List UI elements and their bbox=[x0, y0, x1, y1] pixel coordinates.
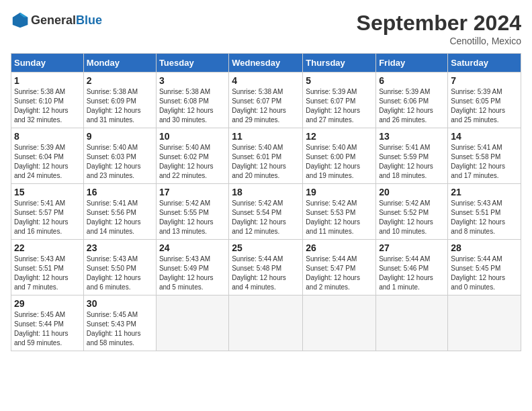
day-info: Sunrise: 5:38 AMSunset: 6:09 PMDaylight:… bbox=[87, 87, 153, 125]
day-info: Sunrise: 5:45 AMSunset: 5:44 PMDaylight:… bbox=[14, 310, 81, 348]
calendar-week-row: 8Sunrise: 5:39 AMSunset: 6:04 PMDaylight… bbox=[11, 128, 521, 184]
calendar-week-row: 29Sunrise: 5:45 AMSunset: 5:44 PMDayligh… bbox=[11, 295, 521, 351]
calendar-day-cell: 6Sunrise: 5:39 AMSunset: 6:06 PMDaylight… bbox=[376, 73, 448, 128]
day-info: Sunrise: 5:44 AMSunset: 5:47 PMDaylight:… bbox=[306, 255, 373, 292]
calendar-day-cell: 8Sunrise: 5:39 AMSunset: 6:04 PMDaylight… bbox=[11, 128, 84, 184]
calendar-day-cell: 10Sunrise: 5:40 AMSunset: 6:02 PMDayligh… bbox=[156, 128, 228, 184]
calendar-day-cell: 15Sunrise: 5:41 AMSunset: 5:57 PMDayligh… bbox=[11, 184, 84, 240]
day-number: 11 bbox=[232, 131, 300, 142]
calendar-week-row: 22Sunrise: 5:43 AMSunset: 5:51 PMDayligh… bbox=[11, 240, 521, 295]
day-info: Sunrise: 5:43 AMSunset: 5:50 PMDaylight:… bbox=[87, 255, 153, 292]
day-number: 22 bbox=[14, 242, 81, 253]
calendar-day-cell: 7Sunrise: 5:39 AMSunset: 6:05 PMDaylight… bbox=[448, 73, 521, 128]
day-number: 16 bbox=[87, 187, 153, 197]
day-info: Sunrise: 5:42 AMSunset: 5:55 PMDaylight:… bbox=[159, 199, 226, 236]
day-number: 14 bbox=[451, 131, 518, 142]
day-info: Sunrise: 5:39 AMSunset: 6:06 PMDaylight:… bbox=[379, 87, 445, 125]
calendar-day-cell: 23Sunrise: 5:43 AMSunset: 5:50 PMDayligh… bbox=[83, 240, 156, 295]
calendar-day-cell bbox=[448, 295, 521, 351]
day-info: Sunrise: 5:41 AMSunset: 5:59 PMDaylight:… bbox=[379, 143, 445, 181]
day-number: 7 bbox=[451, 75, 518, 86]
day-info: Sunrise: 5:44 AMSunset: 5:48 PMDaylight:… bbox=[232, 255, 300, 292]
day-of-week-header: Thursday bbox=[303, 54, 376, 73]
day-number: 12 bbox=[306, 131, 373, 142]
calendar-day-cell: 2Sunrise: 5:38 AMSunset: 6:09 PMDaylight… bbox=[83, 73, 156, 128]
calendar-day-cell: 25Sunrise: 5:44 AMSunset: 5:48 PMDayligh… bbox=[229, 240, 303, 295]
day-info: Sunrise: 5:38 AMSunset: 6:10 PMDaylight:… bbox=[14, 87, 81, 125]
calendar-day-cell: 14Sunrise: 5:41 AMSunset: 5:58 PMDayligh… bbox=[448, 128, 521, 184]
calendar-day-cell: 29Sunrise: 5:45 AMSunset: 5:44 PMDayligh… bbox=[11, 295, 84, 351]
calendar-day-cell: 19Sunrise: 5:42 AMSunset: 5:53 PMDayligh… bbox=[303, 184, 376, 240]
day-info: Sunrise: 5:42 AMSunset: 5:52 PMDaylight:… bbox=[379, 199, 445, 236]
calendar-day-cell: 5Sunrise: 5:39 AMSunset: 6:07 PMDaylight… bbox=[303, 73, 376, 128]
day-number: 19 bbox=[306, 187, 373, 197]
day-info: Sunrise: 5:40 AMSunset: 6:01 PMDaylight:… bbox=[232, 143, 300, 181]
day-number: 24 bbox=[159, 242, 226, 253]
calendar-day-cell: 24Sunrise: 5:43 AMSunset: 5:49 PMDayligh… bbox=[156, 240, 228, 295]
logo-text: GeneralBlue bbox=[31, 13, 102, 28]
day-number: 21 bbox=[451, 187, 518, 197]
calendar-day-cell bbox=[376, 295, 448, 351]
calendar-day-cell bbox=[156, 295, 228, 351]
title-area: September 2024 Cenotillo, Mexico bbox=[357, 11, 521, 46]
day-number: 9 bbox=[87, 131, 153, 142]
day-number: 2 bbox=[87, 75, 153, 86]
logo-icon bbox=[11, 11, 30, 30]
day-number: 28 bbox=[451, 242, 518, 253]
calendar-day-cell bbox=[229, 295, 303, 351]
calendar-day-cell: 27Sunrise: 5:44 AMSunset: 5:46 PMDayligh… bbox=[376, 240, 448, 295]
calendar-day-cell: 11Sunrise: 5:40 AMSunset: 6:01 PMDayligh… bbox=[229, 128, 303, 184]
day-number: 15 bbox=[14, 187, 81, 197]
calendar-week-row: 15Sunrise: 5:41 AMSunset: 5:57 PMDayligh… bbox=[11, 184, 521, 240]
calendar-day-cell: 1Sunrise: 5:38 AMSunset: 6:10 PMDaylight… bbox=[11, 73, 84, 128]
day-info: Sunrise: 5:41 AMSunset: 5:56 PMDaylight:… bbox=[87, 199, 153, 236]
day-number: 5 bbox=[306, 75, 373, 86]
day-info: Sunrise: 5:45 AMSunset: 5:43 PMDaylight:… bbox=[87, 310, 153, 348]
day-info: Sunrise: 5:39 AMSunset: 6:07 PMDaylight:… bbox=[306, 87, 373, 125]
svg-marker-2 bbox=[24, 17, 28, 25]
day-number: 6 bbox=[379, 75, 445, 86]
day-number: 4 bbox=[232, 75, 300, 86]
day-number: 3 bbox=[159, 75, 226, 86]
calendar-day-cell: 21Sunrise: 5:43 AMSunset: 5:51 PMDayligh… bbox=[448, 184, 521, 240]
calendar-day-cell: 13Sunrise: 5:41 AMSunset: 5:59 PMDayligh… bbox=[376, 128, 448, 184]
day-number: 23 bbox=[87, 242, 153, 253]
calendar-day-cell: 30Sunrise: 5:45 AMSunset: 5:43 PMDayligh… bbox=[83, 295, 156, 351]
day-of-week-header: Tuesday bbox=[156, 54, 228, 73]
day-info: Sunrise: 5:43 AMSunset: 5:49 PMDaylight:… bbox=[159, 255, 226, 292]
location-title: Cenotillo, Mexico bbox=[357, 36, 521, 46]
day-number: 25 bbox=[232, 242, 300, 253]
calendar-day-cell: 18Sunrise: 5:42 AMSunset: 5:54 PMDayligh… bbox=[229, 184, 303, 240]
day-info: Sunrise: 5:38 AMSunset: 6:07 PMDaylight:… bbox=[232, 87, 300, 125]
day-info: Sunrise: 5:38 AMSunset: 6:08 PMDaylight:… bbox=[159, 87, 226, 125]
calendar-day-cell: 26Sunrise: 5:44 AMSunset: 5:47 PMDayligh… bbox=[303, 240, 376, 295]
day-info: Sunrise: 5:39 AMSunset: 6:04 PMDaylight:… bbox=[14, 143, 81, 181]
calendar-day-cell: 20Sunrise: 5:42 AMSunset: 5:52 PMDayligh… bbox=[376, 184, 448, 240]
day-info: Sunrise: 5:40 AMSunset: 6:02 PMDaylight:… bbox=[159, 143, 226, 181]
day-number: 26 bbox=[306, 242, 373, 253]
day-number: 17 bbox=[159, 187, 226, 197]
day-number: 1 bbox=[14, 75, 81, 86]
day-of-week-header: Friday bbox=[376, 54, 448, 73]
calendar-header-row: SundayMondayTuesdayWednesdayThursdayFrid… bbox=[11, 54, 521, 73]
day-info: Sunrise: 5:43 AMSunset: 5:51 PMDaylight:… bbox=[14, 255, 81, 292]
day-number: 30 bbox=[87, 298, 153, 309]
day-number: 20 bbox=[379, 187, 445, 197]
calendar-day-cell: 9Sunrise: 5:40 AMSunset: 6:03 PMDaylight… bbox=[83, 128, 156, 184]
day-number: 13 bbox=[379, 131, 445, 142]
day-info: Sunrise: 5:42 AMSunset: 5:53 PMDaylight:… bbox=[306, 199, 373, 236]
day-of-week-header: Sunday bbox=[11, 54, 84, 73]
day-info: Sunrise: 5:41 AMSunset: 5:57 PMDaylight:… bbox=[14, 199, 81, 236]
day-info: Sunrise: 5:40 AMSunset: 6:03 PMDaylight:… bbox=[87, 143, 153, 181]
calendar-day-cell: 22Sunrise: 5:43 AMSunset: 5:51 PMDayligh… bbox=[11, 240, 84, 295]
day-number: 8 bbox=[14, 131, 81, 142]
logo: GeneralBlue bbox=[11, 11, 102, 30]
day-number: 29 bbox=[14, 298, 81, 309]
calendar-day-cell: 16Sunrise: 5:41 AMSunset: 5:56 PMDayligh… bbox=[83, 184, 156, 240]
header: GeneralBlue September 2024 Cenotillo, Me… bbox=[11, 11, 521, 46]
day-info: Sunrise: 5:44 AMSunset: 5:45 PMDaylight:… bbox=[451, 255, 518, 292]
day-info: Sunrise: 5:44 AMSunset: 5:46 PMDaylight:… bbox=[379, 255, 445, 292]
calendar-table: SundayMondayTuesdayWednesdayThursdayFrid… bbox=[11, 53, 521, 351]
day-of-week-header: Saturday bbox=[448, 54, 521, 73]
day-info: Sunrise: 5:43 AMSunset: 5:51 PMDaylight:… bbox=[451, 199, 518, 236]
